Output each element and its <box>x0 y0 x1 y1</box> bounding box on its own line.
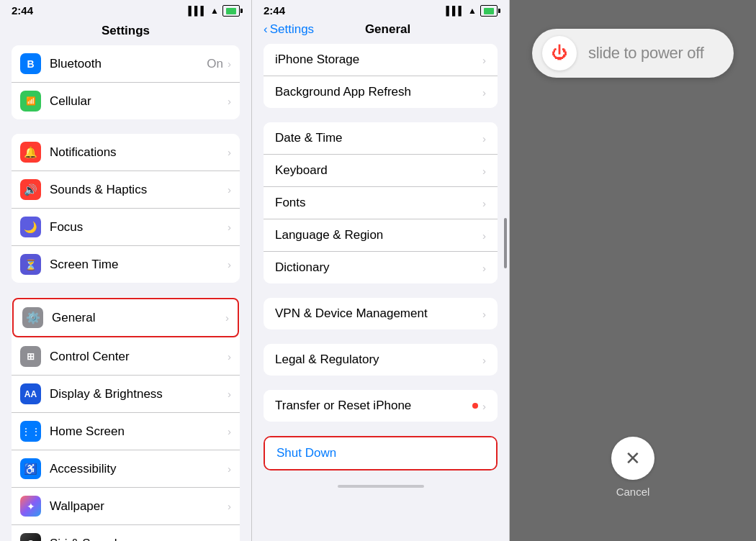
controlcenter-label: Control Center <box>50 350 228 364</box>
display-icon: AA <box>20 383 41 404</box>
power-slider[interactable]: ⏻ slide to power off <box>532 29 734 78</box>
settings-group-connectivity: B Bluetooth On › 📶 Cellular › <box>12 45 240 119</box>
back-label: Settings <box>270 22 314 37</box>
status-bar-middle: 2:44 ▌▌▌ ▲ <box>252 0 509 19</box>
wifi-icon-mid: ▲ <box>468 6 477 16</box>
cancel-x-icon: ✕ <box>625 447 641 470</box>
datetime-label: Date & Time <box>275 131 482 145</box>
scroll-indicator <box>504 218 507 268</box>
sidebar-item-wallpaper[interactable]: ✦ Wallpaper › <box>12 488 240 525</box>
status-icons-left: ▌▌▌ ▲ <box>189 5 240 17</box>
sidebar-item-siri[interactable]: S Siri & Search › <box>12 525 240 541</box>
sidebar-item-sounds[interactable]: 🔊 Sounds & Haptics › <box>12 171 240 209</box>
general-group-legal: Legal & Regulatory › <box>264 344 498 376</box>
power-off-panel: ⏻ slide to power off ✕ Cancel <box>510 0 756 541</box>
sounds-label: Sounds & Haptics <box>50 183 228 197</box>
red-dot <box>472 403 478 409</box>
general-item-transfer[interactable]: Transfer or Reset iPhone › <box>264 390 498 422</box>
general-panel: 2:44 ▌▌▌ ▲ ‹ Settings General iPhone Sto… <box>252 0 510 541</box>
wallpaper-icon: ✦ <box>20 496 41 517</box>
general-item-datetime[interactable]: Date & Time › <box>264 122 498 155</box>
bluetooth-value: On <box>207 57 223 71</box>
chevron-icon: › <box>228 537 231 541</box>
slide-to-power-off-text: slide to power off <box>588 44 704 63</box>
chevron-icon: › <box>228 221 231 233</box>
sidebar-item-notifications[interactable]: 🔔 Notifications › <box>12 134 240 171</box>
power-icon: ⏻ <box>552 44 567 63</box>
general-title: General <box>314 22 462 37</box>
chevron-icon: › <box>228 425 231 437</box>
bluetooth-label: Bluetooth <box>50 57 207 71</box>
chevron-icon: › <box>228 95 231 107</box>
settings-panel: 2:44 ▌▌▌ ▲ Settings B Bluetooth On › <box>0 0 252 541</box>
chevron-icon: › <box>225 312 229 324</box>
sidebar-item-display[interactable]: AA Display & Brightness › <box>12 376 240 413</box>
transfer-label: Transfer or Reset iPhone <box>275 399 472 413</box>
general-header: ‹ Settings General <box>252 19 509 44</box>
sidebar-item-screentime[interactable]: ⏳ Screen Time › <box>12 246 240 283</box>
general-item-vpn[interactable]: VPN & Device Management › <box>264 298 498 329</box>
cellular-icon: 📶 <box>20 91 41 112</box>
chevron-icon: › <box>228 350 231 363</box>
vpn-label: VPN & Device Management <box>275 306 482 321</box>
sidebar-item-controlcenter[interactable]: ⊞ Control Center › <box>12 338 240 376</box>
screentime-label: Screen Time <box>50 258 228 272</box>
signal-icon-mid: ▌▌▌ <box>446 6 465 16</box>
general-item-shutdown[interactable]: Shut Down <box>265 437 496 469</box>
iphone-storage-label: iPhone Storage <box>275 53 482 67</box>
chevron-icon: › <box>482 132 486 145</box>
general-item-dictionary[interactable]: Dictionary › <box>264 252 498 283</box>
siri-label: Siri & Search <box>50 537 228 542</box>
bottom-scroll-bar <box>338 485 424 488</box>
accessibility-label: Accessibility <box>50 462 228 476</box>
general-item-bg-refresh[interactable]: Background App Refresh › <box>264 76 498 108</box>
chevron-icon: › <box>228 258 231 270</box>
controlcenter-icon: ⊞ <box>20 346 41 367</box>
language-label: Language & Region <box>275 228 482 242</box>
general-icon: ⚙️ <box>22 307 43 328</box>
keyboard-label: Keyboard <box>275 163 482 178</box>
time-middle: 2:44 <box>264 4 285 17</box>
settings-title: Settings <box>0 19 251 45</box>
general-group-storage: iPhone Storage › Background App Refresh … <box>264 44 498 108</box>
sidebar-item-accessibility[interactable]: ♿ Accessibility › <box>12 450 240 488</box>
chevron-icon: › <box>228 463 231 475</box>
accessibility-icon: ♿ <box>20 458 41 479</box>
sounds-icon: 🔊 <box>20 179 41 200</box>
general-group-shutdown: Shut Down <box>264 436 498 470</box>
general-item-fonts[interactable]: Fonts › <box>264 187 498 219</box>
wallpaper-label: Wallpaper <box>50 499 228 514</box>
notifications-icon: 🔔 <box>20 142 41 163</box>
sidebar-item-bluetooth[interactable]: B Bluetooth On › <box>12 45 240 83</box>
fonts-label: Fonts <box>275 196 482 210</box>
cellular-label: Cellular <box>50 94 228 109</box>
focus-label: Focus <box>50 220 228 235</box>
sidebar-item-cellular[interactable]: 📶 Cellular › <box>12 83 240 119</box>
general-item-language[interactable]: Language & Region › <box>264 219 498 252</box>
settings-list: B Bluetooth On › 📶 Cellular › 🔔 Notifica… <box>0 45 251 541</box>
back-button[interactable]: ‹ Settings <box>264 22 314 37</box>
general-item-legal[interactable]: Legal & Regulatory › <box>264 344 498 376</box>
general-group-locale: Date & Time › Keyboard › Fonts › Languag… <box>264 122 498 283</box>
cancel-button[interactable]: ✕ <box>611 437 654 480</box>
siri-icon: S <box>20 533 41 541</box>
chevron-icon: › <box>482 354 486 366</box>
sidebar-item-focus[interactable]: 🌙 Focus › <box>12 209 240 246</box>
general-item-keyboard[interactable]: Keyboard › <box>264 155 498 187</box>
sidebar-item-general[interactable]: ⚙️ General › <box>12 298 239 337</box>
sidebar-item-homescreen[interactable]: ⋮⋮ Home Screen › <box>12 413 240 450</box>
general-group-transfer: Transfer or Reset iPhone › <box>264 390 498 422</box>
chevron-icon: › <box>482 400 486 412</box>
chevron-icon: › <box>228 183 231 196</box>
back-chevron-icon: ‹ <box>264 22 268 37</box>
settings-group-general: ⚙️ General › ⊞ Control Center › AA Displ… <box>12 297 240 541</box>
battery-icon-mid <box>480 5 498 17</box>
general-item-iphone-storage[interactable]: iPhone Storage › <box>264 44 498 76</box>
wifi-icon: ▲ <box>210 6 219 16</box>
chevron-icon: › <box>482 308 486 320</box>
chevron-icon: › <box>228 58 231 70</box>
power-button-circle[interactable]: ⏻ <box>542 36 577 71</box>
screentime-icon: ⏳ <box>20 254 41 275</box>
focus-icon: 🌙 <box>20 217 41 237</box>
homescreen-icon: ⋮⋮ <box>20 421 41 442</box>
